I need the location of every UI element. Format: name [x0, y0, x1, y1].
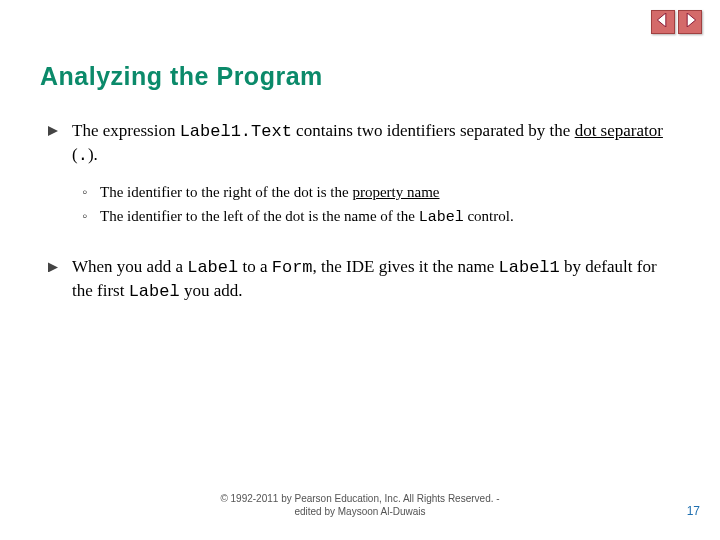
text: The identifier to the left of the dot is… — [100, 208, 419, 224]
text: The expression — [72, 121, 180, 140]
page-number: 17 — [687, 504, 700, 518]
text: When you add a — [72, 257, 187, 276]
text: ). — [88, 145, 98, 164]
code-text: Label1.Text — [180, 122, 292, 141]
slide-title: Analyzing the Program — [40, 62, 323, 91]
text: , the IDE gives it the name — [313, 257, 499, 276]
svg-marker-1 — [687, 13, 695, 27]
arrow-left-icon — [656, 13, 670, 31]
list-item: The identifier to the left of the dot is… — [72, 206, 670, 228]
underlined-term: dot separator — [575, 121, 663, 140]
copyright-line: © 1992-2011 by Pearson Education, Inc. A… — [220, 493, 499, 504]
bullet-list: The expression Label1.Text contains two … — [40, 120, 670, 304]
editor-line: edited by Maysoon Al-Duwais — [294, 506, 425, 517]
underlined-term: property name — [352, 184, 439, 200]
text: control. — [464, 208, 514, 224]
svg-marker-0 — [657, 13, 665, 27]
text: to a — [238, 257, 272, 276]
text: The identifier to the right of the dot i… — [100, 184, 352, 200]
sub-bullet-list: The identifier to the right of the dot i… — [72, 182, 670, 229]
slide-content: The expression Label1.Text contains two … — [40, 120, 670, 332]
list-item: When you add a Label to a Form, the IDE … — [40, 256, 670, 304]
text: you add. — [180, 281, 243, 300]
footer: © 1992-2011 by Pearson Education, Inc. A… — [0, 493, 720, 518]
text: contains two identifiers separated by th… — [292, 121, 575, 140]
arrow-right-icon — [683, 13, 697, 31]
dot-char: . — [78, 146, 88, 165]
nav-buttons — [651, 10, 702, 34]
code-text: Label — [187, 258, 238, 277]
code-text: Label — [129, 282, 180, 301]
list-item: The identifier to the right of the dot i… — [72, 182, 670, 202]
code-text: Form — [272, 258, 313, 277]
code-text: Label — [419, 209, 464, 226]
code-text: Label1 — [499, 258, 560, 277]
list-item: The expression Label1.Text contains two … — [40, 120, 670, 228]
nav-back-button[interactable] — [651, 10, 675, 34]
nav-forward-button[interactable] — [678, 10, 702, 34]
